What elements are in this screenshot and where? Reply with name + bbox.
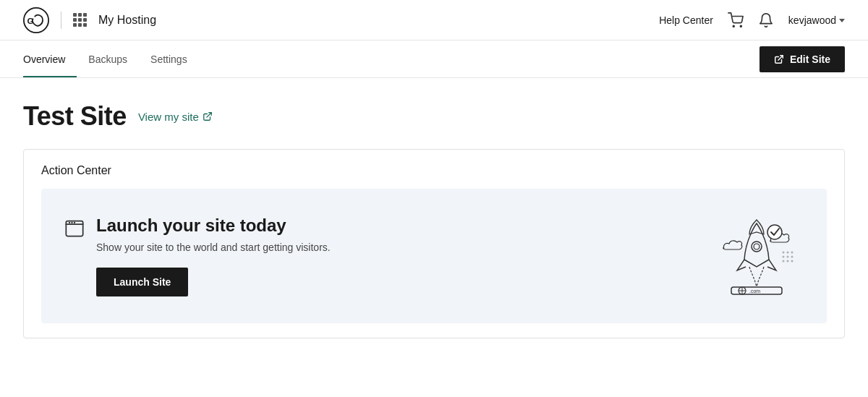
user-menu[interactable]: kevjawood — [788, 14, 845, 26]
rocket-illustration: .com — [710, 209, 804, 303]
svg-text:.com: .com — [749, 289, 760, 294]
godaddy-logo[interactable]: G — [23, 7, 49, 33]
launch-banner: Launch your site today Show your site to… — [41, 189, 827, 323]
tab-overview[interactable]: Overview — [23, 40, 77, 77]
cart-icon[interactable] — [728, 12, 744, 28]
header-divider — [61, 12, 61, 29]
edit-site-button[interactable]: Edit Site — [760, 46, 845, 72]
page-title: Test Site — [23, 101, 127, 132]
launch-site-button[interactable]: Launch Site — [96, 268, 188, 296]
header-left: G My Hosting — [23, 7, 156, 33]
svg-line-5 — [207, 113, 211, 117]
godaddy-logo-icon: G — [23, 7, 49, 33]
my-hosting-label: My Hosting — [98, 14, 156, 27]
view-my-site-link[interactable]: View my site — [138, 111, 213, 123]
page-title-row: Test Site View my site — [23, 101, 845, 132]
svg-point-24 — [791, 256, 793, 258]
tab-bar: Overview Backups Settings Edit Site — [0, 40, 868, 78]
launch-title: Launch your site today — [96, 215, 331, 236]
header-right: Help Center kevjawood — [659, 12, 845, 28]
svg-point-17 — [754, 244, 760, 249]
header: G My Hosting Help Center kevjawood — [0, 0, 868, 40]
view-my-site-label: View my site — [138, 111, 199, 123]
tab-settings[interactable]: Settings — [139, 40, 199, 77]
svg-point-23 — [791, 252, 793, 254]
launch-content: Launch your site today Show your site to… — [96, 215, 331, 297]
action-center-title: Action Center — [41, 164, 827, 177]
svg-point-18 — [767, 225, 782, 239]
svg-point-22 — [787, 256, 789, 258]
external-link-icon — [203, 111, 213, 121]
svg-line-4 — [778, 55, 783, 59]
edit-site-label: Edit Site — [790, 54, 830, 65]
chevron-down-icon — [839, 19, 845, 22]
bell-icon[interactable] — [758, 12, 774, 28]
launch-subtitle: Show your site to the world and start ge… — [96, 242, 331, 253]
svg-point-2 — [733, 25, 734, 27]
grid-icon[interactable] — [73, 13, 87, 27]
main-content: Test Site View my site Action Center — [0, 78, 868, 362]
svg-point-19 — [783, 252, 785, 254]
svg-point-25 — [783, 260, 785, 262]
svg-point-16 — [752, 242, 762, 252]
tab-backups[interactable]: Backups — [77, 40, 139, 77]
browser-icon — [64, 218, 85, 239]
svg-point-21 — [783, 256, 785, 258]
help-center-link[interactable]: Help Center — [659, 14, 713, 26]
launch-banner-left: Launch your site today Show your site to… — [64, 215, 331, 297]
user-name: kevjawood — [788, 14, 836, 26]
action-center-card: Action Center Launch your site today Sho… — [23, 149, 845, 338]
rocket-svg: .com — [710, 209, 804, 303]
svg-point-27 — [791, 260, 793, 262]
edit-site-icon — [774, 54, 784, 64]
svg-point-26 — [787, 260, 789, 262]
tabs: Overview Backups Settings — [23, 40, 199, 77]
svg-point-20 — [787, 252, 789, 254]
svg-point-3 — [740, 25, 741, 27]
